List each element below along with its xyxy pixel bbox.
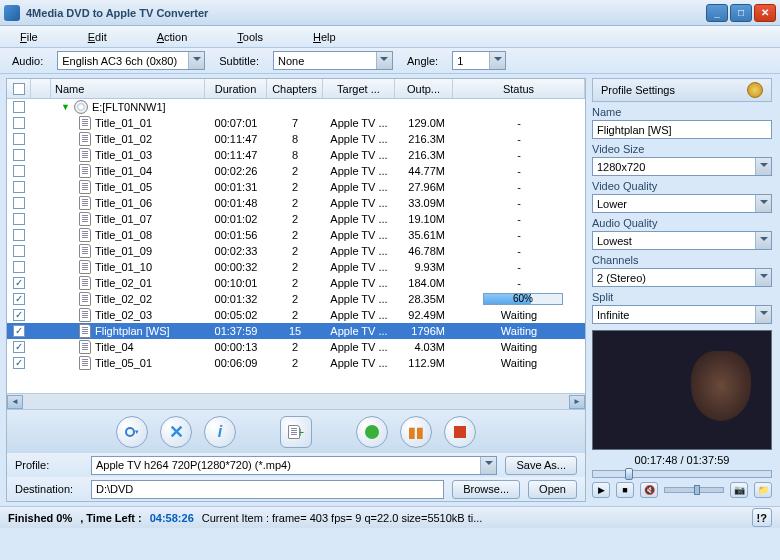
table-row[interactable]: Title_01_0200:11:478Apple TV ...216.3M- (7, 131, 585, 147)
table-row[interactable]: Title_02_0300:05:022Apple TV ...92.49MWa… (7, 307, 585, 323)
menu-help[interactable]: Help (313, 31, 336, 43)
subtitle-combo[interactable]: None (273, 51, 393, 70)
table-row[interactable]: Flightplan [WS]01:37:5915Apple TV ...179… (7, 323, 585, 339)
col-duration[interactable]: Duration (205, 79, 267, 98)
prop-label: Split (592, 291, 772, 303)
prop-label: Video Size (592, 143, 772, 155)
close-button[interactable]: ✕ (754, 4, 776, 22)
col-output[interactable]: Outp... (395, 79, 453, 98)
prop-field[interactable]: Infinite (592, 305, 772, 324)
add-file-button[interactable]: + (280, 416, 312, 448)
table-row[interactable]: Title_01_0400:02:262Apple TV ...44.77M- (7, 163, 585, 179)
prop-value: Infinite (597, 309, 629, 321)
info-button[interactable]: i (204, 416, 236, 448)
destination-field[interactable]: D:\DVD (91, 480, 444, 499)
row-checkbox[interactable] (13, 293, 25, 305)
minimize-button[interactable]: _ (706, 4, 728, 22)
row-checkbox[interactable] (13, 229, 25, 241)
delete-button[interactable]: ✕ (160, 416, 192, 448)
chapters-cell: 2 (267, 291, 323, 307)
col-target[interactable]: Target ... (323, 79, 395, 98)
prop-field[interactable]: Lower (592, 194, 772, 213)
target-cell: Apple TV ... (323, 291, 395, 307)
row-checkbox[interactable] (13, 117, 25, 129)
col-chapters[interactable]: Chapters (267, 79, 323, 98)
table-row[interactable]: Title_01_1000:00:322Apple TV ...9.93M- (7, 259, 585, 275)
status-alert-button[interactable]: !? (752, 508, 772, 527)
col-name[interactable]: Name (51, 79, 205, 98)
open-button[interactable]: Open (528, 480, 577, 499)
row-checkbox[interactable] (13, 181, 25, 193)
table-row[interactable]: Title_01_0500:01:312Apple TV ...27.96M- (7, 179, 585, 195)
table-row[interactable]: Title_0400:00:132Apple TV ...4.03MWaitin… (7, 339, 585, 355)
audio-combo[interactable]: English AC3 6ch (0x80) (57, 51, 205, 70)
prop-field[interactable]: 1280x720 (592, 157, 772, 176)
table-row[interactable]: Title_01_0700:01:022Apple TV ...19.10M- (7, 211, 585, 227)
row-checkbox[interactable] (13, 261, 25, 273)
row-checkbox[interactable] (13, 277, 25, 289)
row-checkbox[interactable] (13, 341, 25, 353)
start-button[interactable] (356, 416, 388, 448)
row-checkbox[interactable] (13, 197, 25, 209)
action-toolbar: ▾ ✕ i + ▮▮ (7, 409, 585, 453)
menu-file[interactable]: File (20, 31, 38, 43)
status-cell: Waiting (453, 355, 585, 371)
preview-play-button[interactable]: ▶ (592, 482, 610, 498)
stop-button[interactable] (444, 416, 476, 448)
table-header: Name Duration Chapters Target ... Outp..… (7, 79, 585, 99)
row-checkbox[interactable] (13, 165, 25, 177)
browse-button[interactable]: Browse... (452, 480, 520, 499)
menu-action[interactable]: Action (157, 31, 188, 43)
row-checkbox[interactable] (13, 213, 25, 225)
row-checkbox[interactable] (13, 133, 25, 145)
scroll-right-button[interactable]: ► (569, 395, 585, 409)
table-row[interactable]: Title_02_0100:10:012Apple TV ...184.0M- (7, 275, 585, 291)
disc-row[interactable]: ▼E:[FLT0NNW1] (7, 99, 585, 115)
seek-thumb[interactable] (625, 468, 633, 480)
row-checkbox[interactable] (13, 309, 25, 321)
title-name: Title_02_03 (95, 309, 152, 321)
col-status[interactable]: Status (453, 79, 585, 98)
table-row[interactable]: Title_05_0100:06:092Apple TV ...112.9MWa… (7, 355, 585, 371)
pause-button[interactable]: ▮▮ (400, 416, 432, 448)
table-row[interactable]: Title_01_0300:11:478Apple TV ...216.3M- (7, 147, 585, 163)
title-name: Title_01_04 (95, 165, 152, 177)
mute-button[interactable]: 🔇 (640, 482, 658, 498)
record-button[interactable]: ▾ (116, 416, 148, 448)
prop-field[interactable]: Lowest (592, 231, 772, 250)
table-row[interactable]: Title_01_0100:07:017Apple TV ...129.0M- (7, 115, 585, 131)
prop-field[interactable]: Flightplan [WS] (592, 120, 772, 139)
select-all-checkbox[interactable] (13, 83, 25, 95)
volume-thumb[interactable] (694, 485, 700, 495)
table-row[interactable]: Title_01_0900:02:332Apple TV ...46.78M- (7, 243, 585, 259)
row-checkbox[interactable] (13, 101, 25, 113)
angle-combo[interactable]: 1 (452, 51, 506, 70)
target-cell: Apple TV ... (323, 259, 395, 275)
profile-combo[interactable]: Apple TV h264 720P(1280*720) (*.mp4) (91, 456, 497, 475)
row-checkbox[interactable] (13, 245, 25, 257)
prop-field[interactable]: 2 (Stereo) (592, 268, 772, 287)
seek-slider[interactable] (592, 470, 772, 478)
row-checkbox[interactable] (13, 357, 25, 369)
table-row[interactable]: Title_01_0800:01:562Apple TV ...35.61M- (7, 227, 585, 243)
chevron-down-icon (755, 195, 771, 212)
horizontal-scrollbar[interactable]: ◄ ► (7, 393, 585, 409)
menu-tools[interactable]: Tools (237, 31, 263, 43)
table-row[interactable]: Title_02_0200:01:322Apple TV ...28.35M60… (7, 291, 585, 307)
scroll-left-button[interactable]: ◄ (7, 395, 23, 409)
scroll-track[interactable] (23, 395, 569, 409)
preview-stop-button[interactable]: ■ (616, 482, 634, 498)
menu-edit[interactable]: Edit (88, 31, 107, 43)
volume-slider[interactable] (664, 487, 724, 493)
row-checkbox[interactable] (13, 325, 25, 337)
save-as-button[interactable]: Save As... (505, 456, 577, 475)
prop-value: Lowest (597, 235, 632, 247)
gear-icon[interactable] (747, 82, 763, 98)
maximize-button[interactable]: □ (730, 4, 752, 22)
snapshot-button[interactable]: 📷 (730, 482, 748, 498)
table-row[interactable]: Title_01_0600:01:482Apple TV ...33.09M- (7, 195, 585, 211)
expand-icon[interactable]: ▼ (61, 102, 70, 112)
row-checkbox[interactable] (13, 149, 25, 161)
snapshot-folder-button[interactable]: 📁 (754, 482, 772, 498)
file-icon (79, 276, 91, 290)
